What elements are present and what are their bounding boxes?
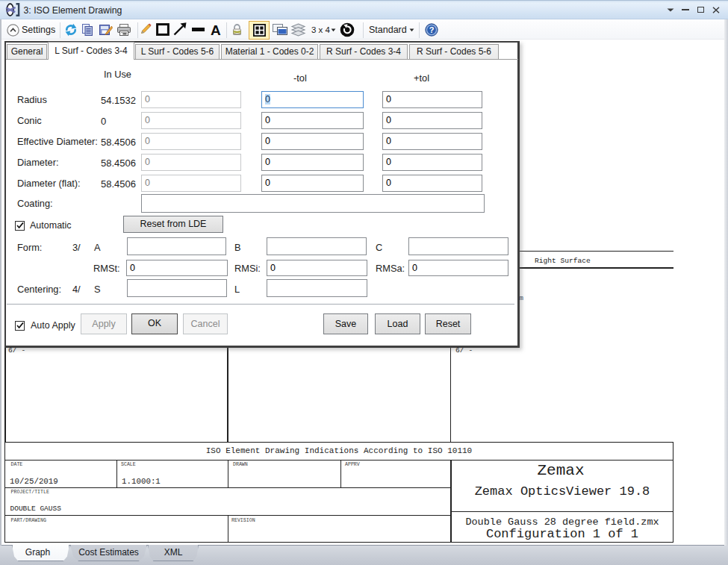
svg-text:?: ?: [429, 25, 435, 34]
